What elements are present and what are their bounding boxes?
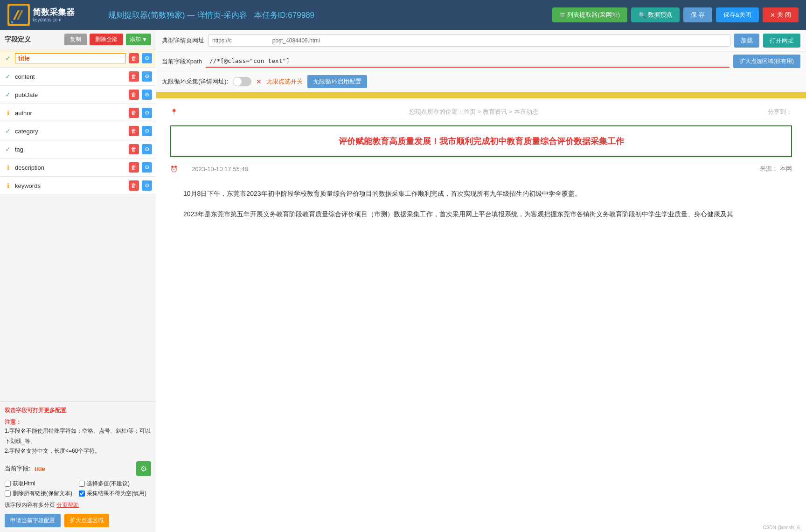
- expand-select-button[interactable]: 扩大点选区域: [64, 514, 109, 527]
- xpath-input[interactable]: [206, 55, 730, 68]
- open-url-button[interactable]: 打开网址: [763, 34, 800, 48]
- delete-all-button[interactable]: 删除全部: [90, 34, 123, 45]
- field-delete-button[interactable]: 🗑: [129, 180, 139, 191]
- field-settings-button[interactable]: ⚙: [142, 108, 152, 118]
- article-paragraph: 2023年是东莞市第五年开展义务教育阶段教育质量综合评价项目（市测）数据采集工作…: [170, 207, 792, 221]
- add-button[interactable]: 添加 ▼: [126, 34, 151, 45]
- list-extractor-button[interactable]: ☰ 列表提取器(采网址): [552, 7, 627, 22]
- header: k 简数采集器 keydatas.com 规则提取器(简数独家) — 详情页-采…: [0, 0, 806, 30]
- field-delete-button[interactable]: 🗑: [129, 162, 139, 173]
- multipage-help-link[interactable]: 分页帮助: [56, 502, 79, 508]
- watermark: CSDN @moshi_6_: [763, 525, 802, 530]
- article-title-box: 评价赋能教育高质量发展！我市顺利完成初中教育质量综合评价数据采集工作: [170, 125, 792, 157]
- field-delete-button[interactable]: 🗑: [129, 126, 139, 136]
- current-field-settings-button[interactable]: ⚙: [136, 461, 151, 476]
- loop-toggle-text[interactable]: 无限点选开关: [266, 77, 303, 86]
- expand-area-button[interactable]: 扩大点选区域(很有用): [733, 55, 800, 68]
- field-item[interactable]: ✓ pubDate 🗑 ⚙: [0, 86, 156, 104]
- gear-icon: ⚙: [145, 91, 150, 98]
- field-check-icon: ✓: [4, 145, 12, 153]
- info-icon: ℹ: [4, 163, 12, 172]
- bottom-panel: 双击字段可打开更多配置 注意： 1.字段名不能使用特殊字符如：空格、点号、斜杠/…: [0, 401, 156, 532]
- field-check-icon: ✓: [4, 127, 12, 135]
- search-icon: 🔍: [639, 12, 646, 19]
- info-icon: ℹ: [4, 109, 12, 117]
- share-label: 分享到：: [768, 108, 792, 116]
- article-meta: ⏰ 2023-10-10 17:55:48 来源： 本网: [170, 165, 792, 178]
- field-list: ✓ 🗑 ⚙ ✓ content 🗑 ⚙: [0, 49, 156, 401]
- trash-icon: 🗑: [131, 91, 137, 98]
- option-remove-links[interactable]: 删除所有链接(保留文本): [5, 490, 77, 497]
- task-id: 本任务ID:679989: [254, 11, 314, 20]
- field-name: pubDate: [15, 91, 126, 98]
- field-delete-button[interactable]: 🗑: [129, 144, 139, 154]
- option-get-html[interactable]: 获取Html: [5, 480, 77, 488]
- article-content: 📍 您现在所在的位置：首页 > 教育资讯 > 本市动态 分享到： 评价赋能教育高…: [156, 98, 806, 237]
- trash-icon: 🗑: [131, 164, 137, 171]
- load-button[interactable]: 加载: [734, 34, 759, 48]
- article-date: 2023-10-10 17:55:48: [192, 166, 248, 173]
- left-panel: 字段定义 复制 删除全部 添加 ▼ ✓ 🗑 ⚙: [0, 30, 156, 532]
- copy-button[interactable]: 复制: [64, 34, 87, 45]
- field-item[interactable]: ℹ keywords 🗑 ⚙: [0, 177, 156, 195]
- gear-icon: ⚙: [145, 146, 150, 152]
- double-click-tip: 双击字段可打开更多配置: [5, 407, 151, 415]
- close-icon: ✕: [770, 12, 775, 19]
- content-area: 📍 您现在所在的位置：首页 > 教育资讯 > 本市动态 分享到： 评价赋能教育高…: [156, 93, 806, 532]
- field-item[interactable]: ✓ content 🗑 ⚙: [0, 68, 156, 86]
- option-not-empty[interactable]: 采集结果不得为空(慎用): [79, 490, 151, 497]
- loop-toggle[interactable]: [233, 77, 251, 86]
- xpath-label: 当前字段Xpath: [162, 57, 202, 66]
- field-delete-button[interactable]: 🗑: [129, 90, 139, 100]
- trash-icon: 🗑: [131, 73, 137, 80]
- field-name: content: [15, 73, 126, 80]
- field-delete-button[interactable]: 🗑: [129, 108, 139, 118]
- article-source: 来源： 本网: [760, 165, 792, 173]
- field-delete-button[interactable]: 🗑: [129, 71, 139, 82]
- field-item[interactable]: ✓ 🗑 ⚙: [0, 49, 156, 68]
- field-check-icon: ✓: [4, 90, 12, 99]
- apply-field-button[interactable]: 申请当前字段配置: [5, 514, 61, 527]
- trash-icon: 🗑: [131, 146, 137, 152]
- field-settings-button[interactable]: ⚙: [142, 162, 152, 173]
- field-delete-button[interactable]: 🗑: [129, 53, 139, 63]
- field-settings-button[interactable]: ⚙: [142, 71, 152, 82]
- field-settings-button[interactable]: ⚙: [142, 126, 152, 136]
- loop-label: 无限循环采集(详情网址):: [162, 77, 228, 86]
- loop-config-button[interactable]: 无限循环启用配置: [307, 75, 367, 88]
- field-name: category: [15, 128, 126, 135]
- gear-icon: ⚙: [145, 164, 150, 171]
- breadcrumb: 📍 您现在所在的位置：首页 > 教育资讯 > 本市动态 分享到：: [170, 108, 792, 116]
- field-settings-button[interactable]: ⚙: [142, 180, 152, 191]
- field-item[interactable]: ℹ author 🗑 ⚙: [0, 104, 156, 122]
- current-field-label: 当前字段:: [5, 464, 31, 473]
- current-field-value: title: [35, 465, 45, 472]
- field-item[interactable]: ✓ category 🗑 ⚙: [0, 122, 156, 140]
- field-settings-button[interactable]: ⚙: [142, 90, 152, 100]
- data-preview-button[interactable]: 🔍 数据预览: [631, 7, 680, 22]
- location-icon: 📍: [170, 109, 178, 116]
- field-check-icon: ✓: [4, 54, 12, 62]
- save-close-button[interactable]: 保存&关闭: [716, 7, 759, 22]
- gear-icon: ⚙: [145, 110, 150, 116]
- field-check-icon: ✓: [4, 72, 12, 81]
- article-paragraph: 10月8日下午，东莞市2023年初中阶段学校教育质量综合评价项目的数据采集工作顺…: [170, 187, 792, 200]
- toggle-x-icon[interactable]: ✕: [256, 78, 262, 85]
- trash-icon: 🗑: [131, 110, 137, 116]
- save-button[interactable]: 保 存: [683, 7, 712, 22]
- svg-text:k: k: [11, 20, 14, 24]
- gear-icon: ⚙: [145, 128, 150, 134]
- multipage-text: 该字段内容有多分页 分页帮助: [5, 501, 151, 509]
- field-item[interactable]: ✓ tag 🗑 ⚙: [0, 140, 156, 159]
- action-row: 申请当前字段配置 扩大点选区域: [5, 514, 151, 527]
- field-name: tag: [15, 146, 126, 153]
- option-multi-value[interactable]: 选择多值(不建议): [79, 480, 151, 488]
- field-name-input[interactable]: [15, 53, 126, 63]
- field-settings-button[interactable]: ⚙: [142, 53, 152, 63]
- url-input[interactable]: [208, 35, 730, 47]
- note-text: 1.字段名不能使用特殊字符如：空格、点号、斜杠/等；可以下划线_等。 2.字段名…: [5, 426, 151, 456]
- field-settings-button[interactable]: ⚙: [142, 144, 152, 154]
- field-item[interactable]: ℹ description 🗑 ⚙: [0, 159, 156, 177]
- current-field-row: 当前字段: title ⚙: [5, 461, 151, 476]
- close-button[interactable]: ✕ 关 闭: [763, 7, 799, 22]
